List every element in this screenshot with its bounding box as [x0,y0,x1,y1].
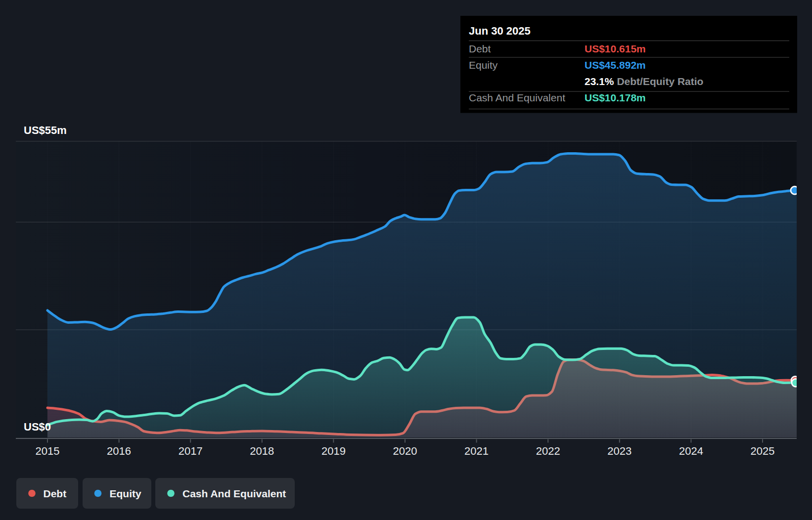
svg-text:2018: 2018 [250,445,274,457]
svg-text:US$10.178m: US$10.178m [585,92,646,103]
svg-text:US$0: US$0 [24,421,51,433]
svg-text:2017: 2017 [179,445,203,457]
svg-text:US$55m: US$55m [24,124,67,136]
svg-text:2021: 2021 [464,445,489,457]
svg-text:Cash And Equivalent: Cash And Equivalent [182,488,286,499]
svg-text:2023: 2023 [607,445,632,457]
svg-text:2024: 2024 [679,445,703,457]
svg-text:US$10.615m: US$10.615m [585,43,646,54]
svg-text:2025: 2025 [751,445,775,457]
svg-text:Equity: Equity [110,488,141,499]
svg-text:2022: 2022 [536,445,560,457]
svg-text:Jun 30 2025: Jun 30 2025 [469,25,531,37]
svg-text:2016: 2016 [107,445,131,457]
svg-text:2020: 2020 [393,445,417,457]
svg-text:US$45.892m: US$45.892m [585,59,646,71]
svg-text:2015: 2015 [36,445,60,457]
svg-text:Debt: Debt [44,488,67,499]
svg-text:Debt: Debt [469,43,491,54]
svg-text:2019: 2019 [321,445,346,457]
svg-text:23.1% Debt/Equity Ratio: 23.1% Debt/Equity Ratio [585,76,703,87]
svg-text:Equity: Equity [469,59,498,71]
svg-text:Cash And Equivalent: Cash And Equivalent [469,92,565,103]
